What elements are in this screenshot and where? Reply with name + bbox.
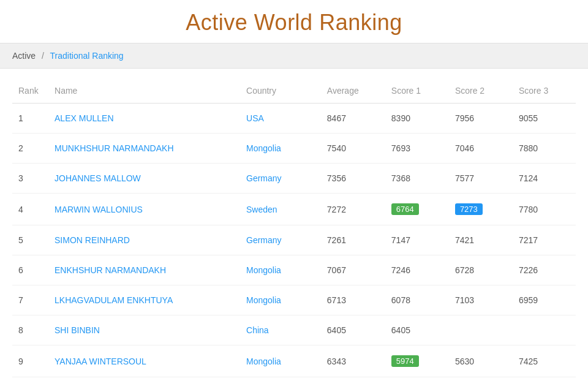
ranking-table: Rank Name Country Average Score 1 Score …	[12, 81, 576, 381]
table-cell: 7147	[385, 225, 449, 255]
table-cell: 7368	[385, 164, 449, 194]
table-cell: SIMON REINHARD	[48, 225, 240, 255]
col-name: Name	[48, 81, 240, 104]
table-cell: 7273	[449, 194, 513, 225]
table-cell: 10	[12, 377, 48, 382]
table-cell: 7246	[385, 255, 449, 285]
table-row: 4MARWIN WALLONIUSSweden7272676472737780	[12, 194, 576, 225]
table-cell: 7103	[449, 285, 513, 315]
table-cell: MARWIN WALLONIUS	[48, 194, 240, 225]
table-cell: 6405	[321, 315, 385, 345]
table-cell: 2	[12, 134, 48, 164]
table-row: 8SHI BINBINChina64056405	[12, 315, 576, 345]
table-cell: 7046	[449, 134, 513, 164]
table-cell: 5054	[385, 377, 449, 382]
table-cell: ENKHSHUR NARMANDAKH	[48, 255, 240, 285]
col-country: Country	[240, 81, 321, 104]
breadcrumb-separator: /	[42, 51, 44, 61]
table-cell: 6764	[385, 194, 449, 225]
table-cell: 6405	[385, 315, 449, 345]
table-cell: 6346	[513, 377, 576, 382]
table-row: 1ALEX MULLENUSA8467839079569055	[12, 104, 576, 134]
table-cell: 9	[12, 345, 48, 377]
table-cell: 7356	[321, 164, 385, 194]
table-row: 9YANJAA WINTERSOULMongolia63435974563074…	[12, 345, 576, 377]
table-cell: 7226	[513, 255, 576, 285]
table-row: 6ENKHSHUR NARMANDAKHMongolia706772466728…	[12, 255, 576, 285]
table-cell	[513, 315, 576, 345]
table-cell: 7693	[385, 134, 449, 164]
table-cell: 7780	[513, 194, 576, 225]
table-cell: 6713	[321, 285, 385, 315]
table-cell: Germany	[240, 164, 321, 194]
table-cell: MUNKHSHUR NARMANDAKH	[48, 134, 240, 164]
table-cell: China	[240, 377, 321, 382]
table-cell	[449, 315, 513, 345]
breadcrumb-parent[interactable]: Active	[12, 51, 36, 61]
table-cell: ALEX MULLEN	[48, 104, 240, 134]
table-cell: Mongolia	[240, 255, 321, 285]
ranking-table-container: Rank Name Country Average Score 1 Score …	[0, 69, 588, 381]
table-cell: 7124	[513, 164, 576, 194]
table-cell: 7540	[321, 134, 385, 164]
table-cell: 4	[12, 194, 48, 225]
table-cell: 6	[12, 255, 48, 285]
breadcrumb: Active / Traditional Ranking	[0, 43, 588, 69]
table-cell: 7421	[449, 225, 513, 255]
table-cell: 1	[12, 104, 48, 134]
table-cell: 7217	[513, 225, 576, 255]
table-cell: USA	[240, 104, 321, 134]
table-cell: 7067	[321, 255, 385, 285]
table-cell: Mongolia	[240, 345, 321, 377]
table-cell: 5974	[385, 345, 449, 377]
col-rank: Rank	[12, 81, 48, 104]
table-cell: YANJAA WINTERSOUL	[48, 345, 240, 377]
table-cell: 7	[12, 285, 48, 315]
table-cell: 7425	[513, 345, 576, 377]
table-cell: Mongolia	[240, 134, 321, 164]
table-cell: 8	[12, 315, 48, 345]
table-cell: 6959	[513, 285, 576, 315]
table-cell: 6078	[385, 285, 449, 315]
table-row: 3JOHANNES MALLOWGermany7356736875777124	[12, 164, 576, 194]
col-score3: Score 3	[513, 81, 576, 104]
table-row: 7LKHAGVADULAM ENKHTUYAMongolia6713607871…	[12, 285, 576, 315]
table-cell: Germany	[240, 225, 321, 255]
table-cell: 5630	[449, 345, 513, 377]
table-cell: SHI BINBIN	[48, 315, 240, 345]
table-cell: JOHANNES MALLOW	[48, 164, 240, 194]
breadcrumb-current: Traditional Ranking	[50, 51, 124, 61]
table-cell: 7880	[513, 134, 576, 164]
table-cell: China	[240, 315, 321, 345]
table-row: 5SIMON REINHARDGermany7261714774217217	[12, 225, 576, 255]
table-header: Rank Name Country Average Score 1 Score …	[12, 81, 576, 104]
table-cell: 8467	[321, 104, 385, 134]
table-row: 2MUNKHSHUR NARMANDAKHMongolia75407693704…	[12, 134, 576, 164]
table-cell: 6728	[449, 255, 513, 285]
page-title: Active World Ranking	[0, 0, 588, 43]
table-cell: 7272	[321, 194, 385, 225]
table-cell: 9055	[513, 104, 576, 134]
table-body: 1ALEX MULLENUSA84678390795690552MUNKHSHU…	[12, 104, 576, 382]
col-score2: Score 2	[449, 81, 513, 104]
table-cell: ZOU LUJIAN	[48, 377, 240, 382]
table-cell: 8390	[385, 104, 449, 134]
table-cell: 7514	[449, 377, 513, 382]
table-row: 10ZOU LUJIANChina6304505475146346	[12, 377, 576, 382]
table-cell: 6343	[321, 345, 385, 377]
table-cell: 7956	[449, 104, 513, 134]
col-average: Average	[321, 81, 385, 104]
table-cell: 3	[12, 164, 48, 194]
table-cell: 5	[12, 225, 48, 255]
table-cell: 7261	[321, 225, 385, 255]
table-cell: Mongolia	[240, 285, 321, 315]
table-cell: Sweden	[240, 194, 321, 225]
table-cell: 7577	[449, 164, 513, 194]
col-score1: Score 1	[385, 81, 449, 104]
table-cell: LKHAGVADULAM ENKHTUYA	[48, 285, 240, 315]
table-cell: 6304	[321, 377, 385, 382]
